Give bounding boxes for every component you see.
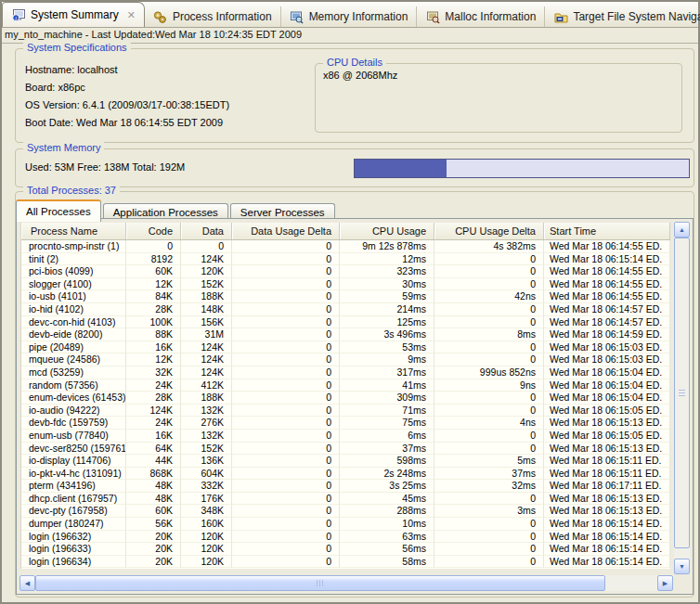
table-cell: 0 [232,265,340,278]
table-cell: 0 [232,518,340,531]
table-cell: 0 [434,265,544,278]
table-cell: 332K [181,480,232,493]
table-cell: 125ms [340,316,434,329]
table-cell: io-pkt-v4-hc (131091) [21,468,126,481]
table-cell: 48K [126,493,181,506]
table-cell: 0 [232,405,340,418]
table-row[interactable]: mqueue (24586)12K124K09ms0Wed Mar 18 06:… [21,353,670,366]
table-cell: devc-pty (167958) [21,505,126,518]
tab-process-information[interactable]: Process Information [145,6,281,27]
table-cell: 124K [181,353,232,366]
tab-malloc-information[interactable]: Malloc Information [417,6,545,27]
table-cell: 12K [126,278,181,291]
table-cell: Wed Mar 18 06:15:04 ED. [544,379,670,392]
cpu-details-value: x86 @ 2068Mhz [323,70,397,81]
process-table-body: procnto-smp-instr (1)0009m 12s 878ms4s 3… [21,240,670,568]
table-cell: 0 [434,518,544,531]
scroll-left-icon[interactable]: ◀ [19,575,35,591]
table-cell: 0 [434,392,544,405]
scroll-down-icon[interactable]: ▼ [674,559,690,574]
table-row[interactable]: tinit (2)8192124K012ms0Wed Mar 18 06:15:… [21,253,670,266]
table-cell: Wed Mar 18 06:15:13 ED. [544,493,670,506]
tab-memory-information[interactable]: Memory Information [281,6,418,27]
table-cell: 44K [126,455,181,468]
table-cell: Wed Mar 18 06:15:13 ED. [544,417,670,430]
table-row[interactable]: login (196634)20K120K058ms0Wed Mar 18 06… [21,556,670,569]
vertical-scroll-thumb[interactable] [674,238,690,548]
column-header-code[interactable]: Code [126,223,181,239]
table-row[interactable]: io-usb (4101)84K188K059ms42nsWed Mar 18 … [21,290,670,303]
table-row[interactable]: io-pkt-v4-hc (131091)868K604K02s 248ms37… [21,468,670,481]
group-title: Total Processes: 37 [23,185,120,196]
table-cell: 56ms [340,543,434,556]
table-row[interactable]: mcd (53259)32K124K0317ms999us 852nsWed M… [21,366,670,379]
table-row[interactable]: pterm (434196)48K332K03s 25ms32msWed Mar… [21,480,670,493]
table-cell: Wed Mar 18 06:14:55 ED. [544,265,670,278]
table-cell: mcd (53259) [21,366,126,379]
column-header-data[interactable]: Data [181,223,232,239]
table-cell: 0 [434,405,544,418]
table-row[interactable]: enum-devices (61453)28K188K0309ms0Wed Ma… [21,392,670,405]
horizontal-scrollbar[interactable]: ◀ ▶ [19,575,673,591]
tab-target-file-system-navigator[interactable]: Target File System Navigator [545,6,700,27]
table-row[interactable]: dumper (180247)56K160K010ms0Wed Mar 18 0… [21,518,670,531]
close-icon[interactable]: ✕ [127,9,136,21]
table-cell: 4ns [434,417,544,430]
table-cell: 88K [126,328,181,341]
table-row[interactable]: io-audio (94222)124K132K071ms0Wed Mar 18… [21,405,670,418]
table-cell: 45ms [340,493,434,506]
table-cell: 28K [126,303,181,316]
table-cell: Wed Mar 18 06:15:14 ED. [544,518,670,531]
table-cell: 60K [126,505,181,518]
table-row[interactable]: pipe (20489)16K124K053ms0Wed Mar 18 06:1… [21,341,670,354]
table-row[interactable]: random (57356)24K412K041ms9nsWed Mar 18 … [21,379,670,392]
column-header-process-name[interactable]: Process Name [21,223,126,239]
table-row[interactable]: devb-eide (8200)88K31M03s 496ms8msWed Ma… [21,328,670,341]
table-row[interactable]: enum-usb (77840)16K132K06ms0Wed Mar 18 0… [21,430,670,443]
table-cell: 28K [126,392,181,405]
table-row[interactable]: slogger (4100)12K152K030ms0Wed Mar 18 06… [21,278,670,291]
table-cell: Wed Mar 18 06:14:55 ED. [544,290,670,303]
table-cell: 868K [126,468,181,481]
column-header-cpu-usage[interactable]: CPU Usage [340,223,434,239]
table-cell: 999us 852ns [434,366,544,379]
table-cell: Wed Mar 18 06:15:03 ED. [544,341,670,354]
table-cell: Wed Mar 18 06:14:55 ED. [544,240,670,253]
table-row[interactable]: devc-pty (167958)60K348K0288ms3msWed Mar… [21,505,670,518]
table-cell: 32ms [434,480,544,493]
table-row[interactable]: devc-ser8250 (159761)64K152K037ms0Wed Ma… [21,443,670,456]
table-cell: dumper (180247) [21,518,126,531]
table-cell: 0 [232,505,340,518]
table-cell: 0 [232,443,340,456]
process-table-panel: Process Name Code Data Data Usage Delta … [16,218,694,595]
table-cell: 276K [181,417,232,430]
table-row[interactable]: io-hid (4102)28K148K0214ms0Wed Mar 18 06… [21,303,670,316]
table-row[interactable]: devb-fdc (159759)24K276K075ms4nsWed Mar … [21,417,670,430]
tab-system-summary[interactable]: i System Summary ✕ [2,2,145,27]
vertical-scrollbar[interactable]: ▲ ▼ [674,222,690,574]
column-header-start-time[interactable]: Start Time [544,223,670,239]
table-cell: 75ms [340,417,434,430]
table-row[interactable]: login (196633)20K120K056ms0Wed Mar 18 06… [21,543,670,556]
table-cell: 9m 12s 878ms [340,240,434,253]
table-row[interactable]: login (196632)20K120K063ms0Wed Mar 18 06… [21,531,670,544]
table-cell: 3s 496ms [340,328,434,341]
column-header-cpu-usage-delta[interactable]: CPU Usage Delta [434,223,544,239]
table-row[interactable]: dhcp.client (167957)48K176K045ms0Wed Mar… [21,493,670,506]
table-row[interactable]: devc-con-hid (4103)100K156K0125ms0Wed Ma… [21,316,670,329]
table-cell: 56K [126,518,181,531]
horizontal-scroll-thumb[interactable] [35,575,605,591]
table-cell: 124K [181,341,232,354]
table-cell: 0 [232,328,340,341]
table-row[interactable]: pci-bios (4099)60K120K0323ms0Wed Mar 18 … [21,265,670,278]
table-row[interactable]: procnto-smp-instr (1)0009m 12s 878ms4s 3… [21,240,670,253]
table-cell: 63ms [340,531,434,544]
group-title: System Specifications [23,42,131,53]
table-row[interactable]: io-display (114706)44K136K0598ms5msWed M… [21,455,670,468]
scroll-right-icon[interactable]: ▶ [657,575,673,591]
scroll-up-icon[interactable]: ▲ [674,222,690,238]
table-cell: 0 [232,455,340,468]
tab-all-processes[interactable]: All Processes [16,199,101,222]
column-header-data-usage-delta[interactable]: Data Usage Delta [232,223,340,239]
table-cell: 48K [126,480,181,493]
